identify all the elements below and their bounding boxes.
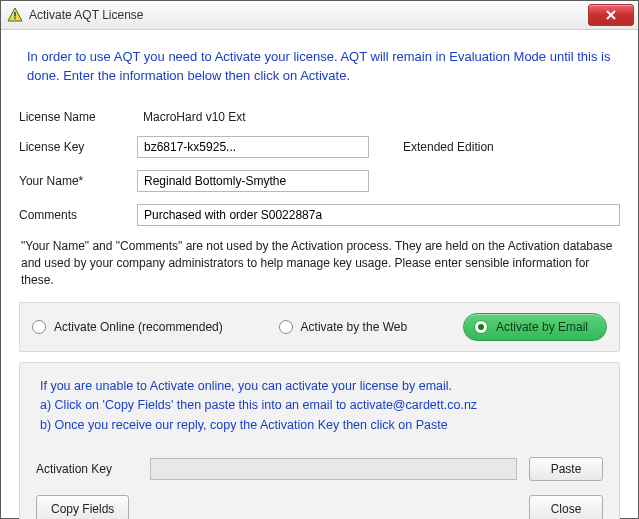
- comments-input[interactable]: [137, 204, 620, 226]
- email-instructions: If you are unable to Activate online, yo…: [40, 377, 599, 435]
- your-name-label: Your Name*: [19, 174, 137, 188]
- svg-rect-2: [14, 18, 16, 20]
- dialog-body: In order to use AQT you need to Activate…: [1, 30, 638, 519]
- email-line-2: a) Click on 'Copy Fields' then paste thi…: [40, 396, 599, 415]
- activation-method-group: Activate Online (recommended) Activate b…: [19, 302, 620, 352]
- license-name-label: License Name: [19, 110, 137, 124]
- activation-key-input: [150, 458, 517, 480]
- activate-web-option[interactable]: Activate by the Web: [279, 320, 408, 334]
- license-key-label: License Key: [19, 140, 137, 154]
- radio-icon: [279, 320, 293, 334]
- activation-key-label: Activation Key: [36, 462, 138, 476]
- email-line-1: If you are unable to Activate online, yo…: [40, 377, 599, 396]
- usage-note: "Your Name" and "Comments" are not used …: [21, 238, 618, 290]
- app-icon: [7, 7, 23, 23]
- your-name-input[interactable]: [137, 170, 369, 192]
- email-activation-panel: If you are unable to Activate online, yo…: [19, 362, 620, 519]
- dialog-window: Activate AQT License In order to use AQT…: [0, 0, 639, 519]
- activate-email-option[interactable]: Activate by Email: [463, 313, 607, 341]
- activate-email-label: Activate by Email: [496, 320, 588, 334]
- window-close-button[interactable]: [588, 4, 634, 26]
- edition-label: Extended Edition: [403, 140, 494, 154]
- radio-icon: [474, 320, 488, 334]
- activate-online-label: Activate Online (recommended): [54, 320, 223, 334]
- activate-web-label: Activate by the Web: [301, 320, 408, 334]
- activate-online-option[interactable]: Activate Online (recommended): [32, 320, 223, 334]
- svg-rect-1: [14, 12, 16, 17]
- radio-icon: [32, 320, 46, 334]
- close-button[interactable]: Close: [529, 495, 603, 519]
- license-key-input[interactable]: [137, 136, 369, 158]
- close-icon: [606, 10, 616, 20]
- copy-fields-button[interactable]: Copy Fields: [36, 495, 129, 519]
- license-name-value: MacroHard v10 Ext: [137, 110, 246, 124]
- comments-label: Comments: [19, 208, 137, 222]
- window-title: Activate AQT License: [29, 8, 144, 22]
- intro-text: In order to use AQT you need to Activate…: [27, 48, 612, 86]
- paste-button[interactable]: Paste: [529, 457, 603, 481]
- email-line-3: b) Once you receive our reply, copy the …: [40, 416, 599, 435]
- titlebar: Activate AQT License: [1, 1, 638, 30]
